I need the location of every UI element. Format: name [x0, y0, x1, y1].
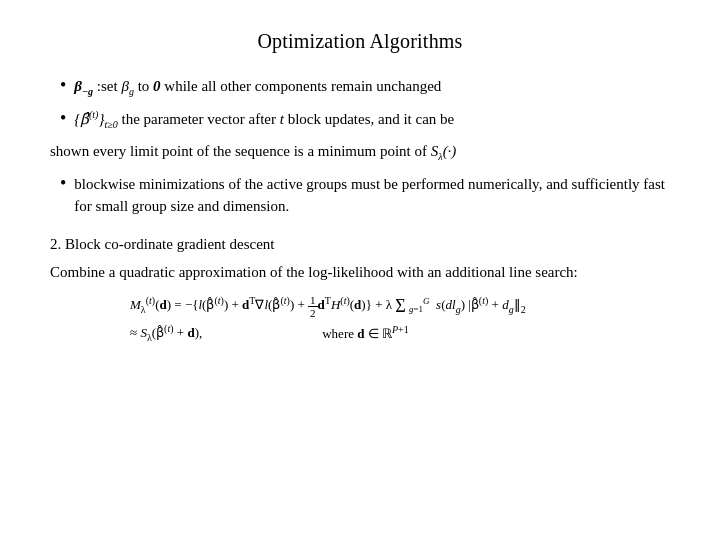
page: Optimization Algorithms • β−g :set βg to…	[0, 0, 720, 540]
math-equations-block: Mλ(t)(d) = −{l(β̂(t)) + dT∇l(β̂(t)) + 12…	[50, 294, 670, 343]
bullet-3-dot: •	[60, 173, 66, 194]
bullet-1-set-text: :set	[93, 78, 121, 94]
beta-neg-g: β−g	[74, 78, 93, 94]
bullet-1-dot: •	[60, 75, 66, 96]
paragraph-1-text: shown every limit point of the sequence …	[50, 143, 431, 159]
bullet-2-rest2: block updates, and it can be	[284, 111, 454, 127]
paragraph-1: shown every limit point of the sequence …	[50, 140, 670, 165]
bullet-2-row: • {β̂(t)}t≥0 the parameter vector after …	[50, 107, 670, 132]
bullet-2-content: {β̂(t)}t≥0 the parameter vector after t …	[74, 107, 670, 132]
beta-g-math: βg	[121, 78, 133, 94]
bullet-1-rest: while all other components remain unchan…	[161, 78, 442, 94]
s-lambda-math: Sλ(·)	[431, 143, 457, 159]
math-eq-line-1: Mλ(t)(d) = −{l(β̂(t)) + dT∇l(β̂(t)) + 12…	[50, 294, 670, 319]
math-eq-line-2: ≈ Sλ(β̂(t) + d), where d ∈ ℝP+1	[50, 323, 670, 343]
bullet-3-content: blockwise minimizations of the active gr…	[74, 173, 670, 218]
bullet-2-rest1: the parameter vector after	[118, 111, 280, 127]
section-2-label: 2. Block co-ordinate gradient descent	[50, 236, 275, 252]
section-2-title: 2. Block co-ordinate gradient descent	[50, 236, 670, 253]
page-title: Optimization Algorithms	[50, 30, 670, 53]
beta-hat-sequence: {β̂(t)}t≥0	[74, 111, 117, 127]
bullet-2-dot: •	[60, 108, 66, 129]
bullet-1-content: β−g :set βg to 0 while all other compone…	[74, 75, 670, 99]
math-approx-line: ≈ Sλ(β̂(t) + d),	[130, 323, 202, 343]
zero-bold: 0	[153, 78, 161, 94]
where-text: where d ∈ ℝP+1	[322, 324, 409, 342]
math-eq1-content: Mλ(t)(d) = −{l(β̂(t)) + dT∇l(β̂(t)) + 12…	[130, 294, 526, 319]
bullet-1-row: • β−g :set βg to 0 while all other compo…	[50, 75, 670, 99]
bullet-3-row: • blockwise minimizations of the active …	[50, 173, 670, 218]
bullet-1-to: to	[134, 78, 153, 94]
paragraph-2: Combine a quadratic approximation of the…	[50, 261, 670, 284]
